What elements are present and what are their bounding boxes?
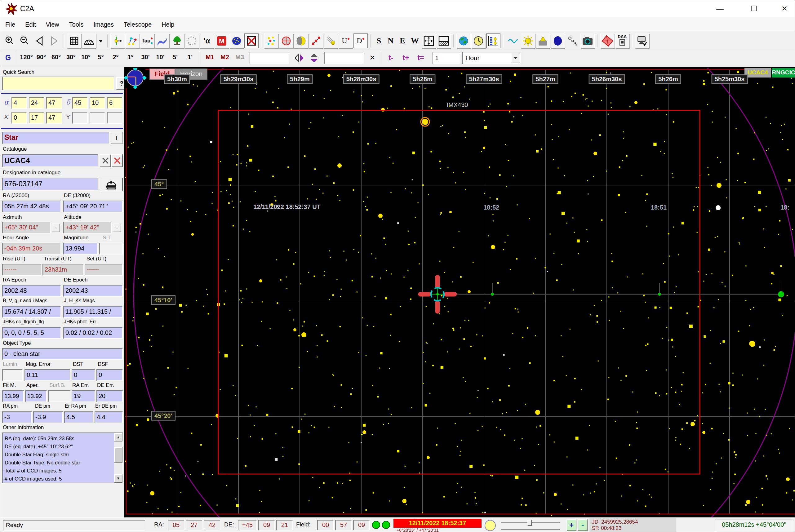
designation-value[interactable]: 676-037147 bbox=[2, 178, 98, 191]
de-j2000-value[interactable]: +45° 09' 20.71'' bbox=[63, 201, 123, 212]
fov-60deg-button[interactable]: 60° bbox=[49, 51, 63, 65]
fov-1deg-button[interactable]: 1° bbox=[124, 51, 137, 65]
minimize-button[interactable]: — bbox=[709, 2, 731, 15]
sky-chart[interactable]: Field Horizon UCAC4 RNGCIC IMX430 5h30m5… bbox=[124, 67, 795, 517]
nav-back-icon[interactable] bbox=[32, 34, 46, 49]
x1-field[interactable]: 0 bbox=[12, 112, 27, 124]
direction-west-button[interactable]: W bbox=[409, 34, 421, 49]
dss-download-icon[interactable]: DSS bbox=[615, 34, 629, 49]
fov-1min-button[interactable]: 1' bbox=[183, 51, 197, 65]
menu-tools[interactable]: Tools bbox=[64, 17, 89, 32]
scroll-up-icon[interactable]: ▲ bbox=[114, 433, 122, 441]
menu-file[interactable]: File bbox=[0, 17, 20, 32]
uranus-flag-icon[interactable]: U bbox=[339, 34, 353, 49]
menu-edit[interactable]: Edit bbox=[20, 17, 41, 32]
clear-search-button[interactable]: ✕ bbox=[366, 51, 378, 65]
fov-circle-icon[interactable] bbox=[185, 34, 199, 49]
time-minus-button[interactable]: t- bbox=[384, 51, 398, 65]
night-mode-icon[interactable] bbox=[551, 34, 565, 49]
scrollbar[interactable]: ▲ ▼ bbox=[114, 433, 122, 483]
direction-north-button[interactable]: N bbox=[385, 34, 396, 49]
direction-south-button[interactable]: S bbox=[373, 34, 384, 49]
sun-icon[interactable] bbox=[521, 34, 535, 49]
y2-field[interactable] bbox=[90, 112, 105, 124]
messier-catalog-icon[interactable]: M bbox=[214, 34, 229, 49]
comets-icon[interactable] bbox=[324, 34, 338, 49]
horizon-dome-icon[interactable] bbox=[82, 34, 96, 49]
planets-icon[interactable] bbox=[309, 34, 323, 49]
fov-2deg-button[interactable]: 2° bbox=[109, 51, 122, 65]
frame-box-icon[interactable] bbox=[244, 34, 259, 49]
variable-stars-icon[interactable] bbox=[506, 34, 520, 49]
flip-horizontal-icon[interactable] bbox=[292, 51, 306, 65]
dec-minutes-field[interactable]: 10 bbox=[90, 97, 105, 109]
deep-sky-icon[interactable] bbox=[229, 34, 244, 49]
fov-30min-button[interactable]: 30' bbox=[138, 51, 152, 65]
close-button[interactable]: ✕ bbox=[774, 2, 795, 15]
time-decrease-button[interactable]: - bbox=[578, 519, 588, 531]
milky-way-icon[interactable] bbox=[155, 34, 169, 49]
scroll-down-icon[interactable]: ▼ bbox=[114, 474, 122, 483]
menu-telescope[interactable]: Telescope bbox=[119, 17, 156, 32]
dec-seconds-field[interactable]: 6 bbox=[107, 97, 122, 109]
below-horizon-icon[interactable] bbox=[437, 34, 451, 49]
object-marker-icon[interactable] bbox=[279, 34, 293, 49]
time-plus-button[interactable]: t+ bbox=[399, 51, 413, 65]
zoom-in-icon[interactable] bbox=[2, 34, 17, 49]
telescope-link-icon[interactable] bbox=[635, 34, 649, 49]
fov-30deg-button[interactable]: 30° bbox=[64, 51, 78, 65]
time-unit-dropdown-icon[interactable] bbox=[511, 53, 520, 63]
fov-5deg-button[interactable]: 5° bbox=[94, 51, 108, 65]
time-now-button[interactable]: t= bbox=[414, 51, 428, 65]
greek-labels-icon[interactable]: 'α bbox=[200, 34, 214, 49]
fov-10min-button[interactable]: 10' bbox=[153, 51, 167, 65]
marker2-button[interactable]: M2 bbox=[218, 51, 232, 65]
display-options-icon[interactable] bbox=[486, 34, 500, 49]
marker3-button[interactable]: M3 bbox=[233, 51, 246, 65]
observatory-icon[interactable] bbox=[536, 34, 550, 49]
moon-phases-icon[interactable] bbox=[294, 34, 308, 49]
direction-east-button[interactable]: E bbox=[397, 34, 408, 49]
menu-images[interactable]: Images bbox=[88, 17, 119, 32]
scroll-thumb[interactable] bbox=[114, 447, 122, 462]
ra-hours-field[interactable]: 4 bbox=[12, 97, 27, 109]
catalogue-value[interactable]: UCAC4 bbox=[2, 154, 98, 167]
ccd-frame-icon[interactable] bbox=[600, 34, 614, 49]
fov-120deg-button[interactable]: 120° bbox=[20, 51, 33, 65]
constellation-names-icon[interactable]: Tau bbox=[140, 34, 154, 49]
constellation-lines-icon[interactable] bbox=[125, 34, 139, 49]
x2-field[interactable]: 17 bbox=[29, 112, 44, 124]
ra-j2000-value[interactable]: 05h 27m 42.48s bbox=[2, 201, 61, 212]
altitude-minus-button[interactable]: - bbox=[113, 224, 121, 232]
fov-90deg-button[interactable]: 90° bbox=[34, 51, 48, 65]
full-sky-icon[interactable] bbox=[422, 34, 436, 49]
camera-ccd-icon[interactable] bbox=[581, 34, 595, 49]
time-slider-thumb[interactable] bbox=[527, 520, 532, 526]
menu-view[interactable]: View bbox=[41, 17, 64, 32]
center-object-icon[interactable] bbox=[110, 34, 125, 49]
menu-help[interactable]: Help bbox=[156, 17, 179, 32]
catalog-badge-rngcic[interactable]: RNGCIC bbox=[772, 68, 795, 77]
catalogue-next-icon[interactable] bbox=[111, 154, 123, 167]
ra-minutes-field[interactable]: 24 bbox=[29, 97, 44, 109]
ra-seconds-field[interactable]: 47 bbox=[46, 97, 62, 109]
satellites-icon[interactable] bbox=[566, 34, 580, 49]
nav-forward-icon[interactable] bbox=[47, 34, 61, 49]
fov-10deg-button[interactable]: 10° bbox=[79, 51, 93, 65]
search-field-1[interactable] bbox=[250, 52, 289, 64]
maximize-button[interactable]: ☐ bbox=[743, 2, 765, 15]
catalogue-prev-icon[interactable] bbox=[99, 154, 111, 167]
time-unit-select[interactable]: Hour bbox=[462, 52, 521, 64]
quick-search-input[interactable] bbox=[2, 77, 114, 90]
chevron-down-icon[interactable] bbox=[97, 34, 105, 49]
ground-landscape-icon[interactable] bbox=[170, 34, 184, 49]
d-flag-icon[interactable]: D bbox=[354, 34, 368, 49]
star-colors-icon[interactable] bbox=[264, 34, 279, 49]
azimuth-minus-button[interactable]: - bbox=[52, 224, 60, 232]
slew-telescope-icon[interactable] bbox=[99, 178, 123, 191]
fov-5min-button[interactable]: 5' bbox=[168, 51, 182, 65]
time-step-input[interactable] bbox=[433, 52, 460, 64]
search-field-2[interactable] bbox=[324, 52, 364, 64]
time-increase-button[interactable]: + bbox=[567, 519, 576, 531]
x3-field[interactable]: 47 bbox=[46, 112, 62, 124]
